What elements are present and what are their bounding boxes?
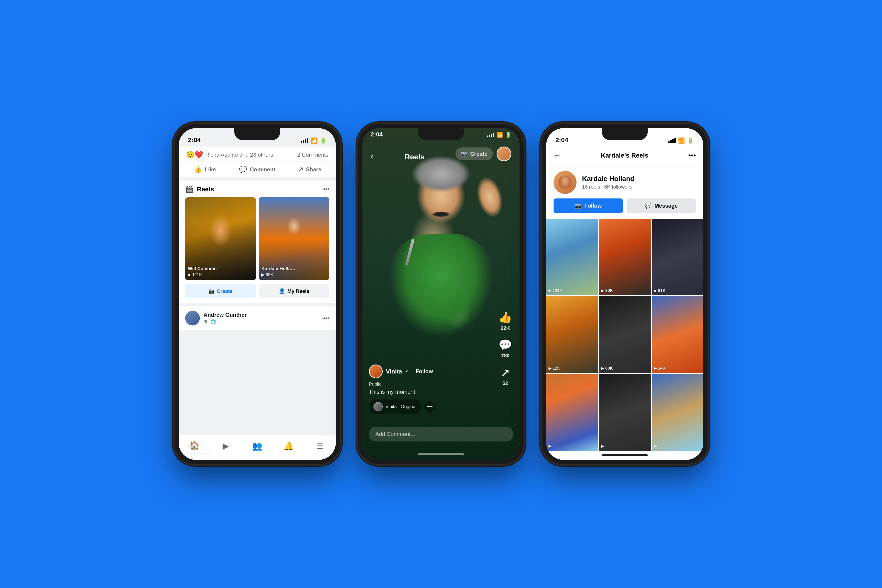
reel-back-button[interactable]: ‹ [371,152,374,161]
reels-section: 🎬 Reels ••• Will Coleman ▶ 121K [179,180,336,303]
message-button[interactable]: 💬 Message [627,198,696,213]
action-buttons: 👍 Like 💬 Comment ↗ Share [179,161,336,177]
follow-icon: 📷 [574,202,582,209]
grid-reel-3[interactable]: ▶ 81K [652,219,703,296]
mini-post: Andrew Gunther 8h 🌐 ••• [179,306,336,330]
reel-share-action[interactable]: ↗ 52 [501,366,510,386]
profile-text-info: Kardale Holland 16 reels · 6K followers [582,175,634,190]
play-icon-6: ▶ [654,366,657,370]
follow-button[interactable]: 📷 Follow [554,198,623,213]
reel-public-label: Public [369,381,492,387]
battery-icon-1: 🔋 [320,137,327,144]
grid-reel-label-7: ▶ [549,444,551,448]
status-icons-3: 📶 🔋 [668,137,694,144]
reel-more-button[interactable]: ••• [424,401,435,412]
post-avatar [185,311,200,326]
profile-more-button[interactable]: ••• [688,151,696,160]
comment-button[interactable]: 💬 Comment [231,162,284,177]
phone-1-notch [234,128,280,140]
grid-reel-4[interactable]: ▶ 12K [546,296,598,373]
reel-thumb-2[interactable]: Kardale Holla… ▶ 88K [259,197,329,280]
thumbs-up-icon: 👍 [498,311,512,324]
signal-icon-3 [668,138,676,143]
profile-info-section: Kardale Holland 16 reels · 6K followers … [546,165,703,219]
globe-icon: 🌐 [210,319,216,324]
reels-grid-3col: ▶ 121K ▶ 90K ▶ 81K [546,219,703,451]
mini-post-left: Andrew Gunther 8h 🌐 [185,311,247,326]
my-reels-button[interactable]: 👤 My Reels [259,284,329,298]
reel-shares-count: 52 [502,380,508,386]
reel-views-1: ▶ 121K [188,272,253,277]
reel-right-actions: 👍 22K 💬 780 ↗ 52 [498,311,512,386]
reel-name-2: Kardale Holla… [261,266,327,271]
video-icon: ▶ [223,441,229,451]
reel-comment-bar[interactable]: Add Comment... [369,427,513,441]
reel-likes-count: 22K [501,325,510,331]
reel-create-button[interactable]: 📷 Create [456,147,493,160]
nav-notifications[interactable]: 🔔 [273,439,304,453]
reel-bottom-info: Vinita ✓ · Follow Public This is my mome… [369,364,492,414]
phone-2-notch [418,128,464,140]
grid-reel-5[interactable]: ▶ 80K [599,296,651,373]
grid-reel-label-9: ▶ [654,444,657,448]
reel-user-row: Vinita ✓ · Follow [369,364,492,378]
grid-reel-label-1: ▶ 121K [549,288,562,293]
time-2: 2:04 [371,131,382,138]
phone-1: 2:04 📶 🔋 [175,124,340,464]
nav-groups[interactable]: 👥 [242,439,273,453]
phones-container: 2:04 📶 🔋 [156,106,726,482]
reel-like-action[interactable]: 👍 22K [498,311,512,331]
like-button[interactable]: 👍 Like [179,162,231,177]
reel-comment-action[interactable]: 💬 780 [498,339,512,359]
post-author: Andrew Gunther [204,312,247,318]
grid-reel-7[interactable]: ▶ [546,374,598,451]
grid-reel-9[interactable]: ▶ [652,374,703,451]
phone-3-content: 2:04 📶 🔋 ← Kardale [546,128,703,460]
phone-2-content: 2:04 📶 🔋 ‹ Ree [363,128,519,460]
reaction-count: Richa Aquino and 23 others [206,152,273,158]
play-icon-5: ▶ [601,366,604,370]
bottom-nav: 🏠 ▶ 👥 🔔 ☰ [179,435,336,460]
share-button[interactable]: ↗ Share [284,162,336,177]
reel-username: Vinita [386,368,402,375]
reel-name-1: Will Coleman [188,266,253,271]
grid-reel-6[interactable]: ▶ 14K [652,296,703,373]
battery-icon-2: 🔋 [505,132,511,138]
profile-name: Kardale Holland [582,175,634,183]
post-time: 8h 🌐 [204,319,247,324]
phone-2-screen: 2:04 📶 🔋 ‹ Ree [363,128,519,460]
play-icon-4: ▶ [549,366,551,370]
time-1: 2:04 [188,136,201,144]
nav-video[interactable]: ▶ [210,439,242,453]
music-disc-icon [374,402,382,411]
profile-user-row: Kardale Holland 16 reels · 6K followers [554,171,696,194]
grid-reel-8[interactable]: ▶ [599,374,651,451]
reel-music-pill[interactable]: Vinita · Original [369,399,421,414]
wifi-icon-1: 📶 [310,137,317,144]
music-label: Vinita · Original [386,404,416,409]
reel-follow-button[interactable]: Follow [416,368,433,375]
grid-reel-label-2: ▶ 90K [601,288,613,293]
phone-3-notch [602,128,648,140]
grid-reel-label-3: ▶ 81K [654,288,666,293]
grid-reel-label-8: ▶ [601,444,604,448]
nav-menu[interactable]: ☰ [304,439,336,453]
reels-more-icon[interactable]: ••• [323,186,329,193]
wifi-icon-3: 📶 [678,137,685,144]
phone-3-screen: 2:04 📶 🔋 ← Kardale [546,128,703,460]
nav-home[interactable]: 🏠 [179,438,210,453]
reel-caption: This is my moment [369,388,492,395]
phone-3: 2:04 📶 🔋 ← Kardale [542,124,708,464]
share-icon: ↗ [298,166,303,173]
post-more-icon[interactable]: ••• [323,315,329,322]
play-icon-7: ▶ [549,444,551,448]
grid-reel-1[interactable]: ▶ 121K [546,219,598,296]
reel-thumb-1[interactable]: Will Coleman ▶ 121K [185,197,256,280]
reel-action-buttons: 📷 Create 👤 My Reels [185,284,329,298]
grid-reel-2[interactable]: ▶ 90K [599,219,651,296]
create-reel-button[interactable]: 📷 Create [185,284,256,298]
back-arrow-button[interactable]: ← [554,151,561,160]
reel-user-avatar-top [496,147,511,161]
comment-placeholder: Add Comment... [375,431,415,437]
post-area-1: 😯 ❤️ Richa Aquino and 23 others 2 Commen… [179,147,336,177]
